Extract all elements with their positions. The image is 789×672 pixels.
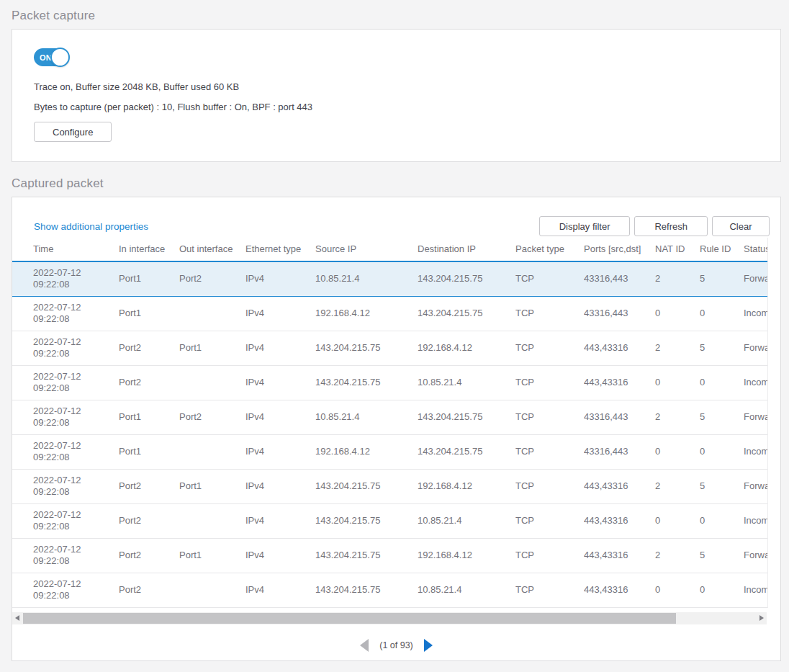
trace-toggle[interactable]: ON	[34, 48, 68, 66]
column-header-rule-id: Rule ID	[700, 238, 744, 261]
table-cell: 192.168.4.12	[418, 469, 515, 503]
table-row[interactable]: 2022-07-12 09:22:08Port2Port1IPv4143.204…	[12, 331, 768, 365]
table-cell: TCP	[515, 261, 584, 296]
table-cell: 192.168.4.12	[418, 538, 515, 573]
table-cell: 2	[655, 331, 700, 365]
table-cell: Port2	[119, 503, 179, 538]
column-header-source-ip: Source IP	[315, 238, 418, 261]
table-cell: 5	[700, 469, 744, 503]
captured-packet-card: Show additional properties Display filte…	[12, 197, 781, 661]
captured-packet-title: Captured packet	[12, 176, 777, 191]
table-cell: 192.168.4.12	[315, 434, 418, 469]
table-cell: 2022-07-12 09:22:08	[12, 503, 119, 538]
table-cell: 43316,443	[584, 400, 655, 434]
table-cell: 5	[700, 261, 744, 296]
table-row[interactable]: 2022-07-12 09:22:08Port1IPv4192.168.4.12…	[12, 296, 768, 331]
horizontal-scrollbar[interactable]	[12, 612, 767, 624]
table-row[interactable]: 2022-07-12 09:22:08Port2IPv4143.204.215.…	[12, 573, 768, 607]
table-cell: Incoming	[744, 573, 768, 607]
configure-button[interactable]: Configure	[34, 122, 112, 142]
table-cell: IPv4	[245, 573, 315, 607]
table-cell: Port1	[119, 261, 179, 296]
table-cell: 0	[700, 296, 744, 331]
table-cell: IPv4	[245, 538, 315, 573]
scrollbar-left-arrow-icon[interactable]	[15, 615, 19, 621]
table-cell: 5	[700, 331, 744, 365]
table-cell: TCP	[515, 365, 584, 400]
table-cell: Port2	[119, 331, 179, 365]
table-cell: Incoming	[744, 296, 768, 331]
table-cell: Incoming	[744, 434, 768, 469]
table-row[interactable]: 2022-07-12 09:22:08Port1Port2IPv410.85.2…	[12, 261, 768, 296]
table-toolbar: Show additional properties Display filte…	[34, 216, 770, 236]
table-cell: 143.204.215.75	[315, 538, 418, 573]
table-cell: 2022-07-12 09:22:08	[12, 469, 119, 503]
page: Packet capture ON Trace on, Buffer size …	[0, 0, 789, 661]
table-row[interactable]: 2022-07-12 09:22:08Port2IPv4143.204.215.…	[12, 503, 768, 538]
table-cell: IPv4	[245, 400, 315, 434]
packet-table: Time In interface Out interface Ethernet…	[12, 238, 768, 608]
table-cell: 443,43316	[584, 331, 655, 365]
scrollbar-thumb[interactable]	[23, 613, 676, 624]
table-row[interactable]: 2022-07-12 09:22:08Port2IPv4143.204.215.…	[12, 365, 768, 400]
scrollbar-right-arrow-icon[interactable]	[759, 615, 764, 621]
table-cell: 5	[700, 400, 744, 434]
table-cell: 43316,443	[584, 434, 655, 469]
table-cell: Port1	[119, 400, 179, 434]
table-cell: 0	[700, 503, 744, 538]
column-header-time: Time	[12, 238, 119, 261]
next-page-button[interactable]	[424, 639, 433, 652]
table-cell: Port1	[179, 469, 245, 503]
table-cell: 10.85.21.4	[315, 400, 418, 434]
column-header-ports: Ports [src,dst]	[584, 238, 655, 261]
refresh-button[interactable]: Refresh	[634, 216, 708, 236]
display-filter-button[interactable]: Display filter	[539, 216, 631, 236]
table-cell: 443,43316	[584, 503, 655, 538]
show-additional-properties-link[interactable]: Show additional properties	[34, 221, 148, 232]
table-row[interactable]: 2022-07-12 09:22:08Port2Port1IPv4143.204…	[12, 538, 768, 573]
table-cell: TCP	[515, 434, 584, 469]
table-cell: 2022-07-12 09:22:08	[12, 434, 119, 469]
table-cell: 143.204.215.75	[315, 365, 418, 400]
table-cell: Forwarded	[744, 400, 768, 434]
table-cell: Incoming	[744, 503, 768, 538]
table-cell: 10.85.21.4	[418, 503, 515, 538]
table-cell: 443,43316	[584, 365, 655, 400]
trace-summary-text: Trace on, Buffer size 2048 KB, Buffer us…	[34, 81, 759, 92]
table-row[interactable]: 2022-07-12 09:22:08Port1Port2IPv410.85.2…	[12, 400, 768, 434]
table-cell: Port1	[119, 296, 179, 331]
table-cell: Port1	[179, 538, 245, 573]
previous-page-button[interactable]	[360, 639, 369, 652]
table-cell: Port2	[119, 538, 179, 573]
toggle-knob-icon	[50, 48, 70, 67]
table-row[interactable]: 2022-07-12 09:22:08Port2Port1IPv4143.204…	[12, 469, 768, 503]
table-cell: 2	[655, 261, 700, 296]
table-cell: 43316,443	[584, 296, 655, 331]
column-header-nat-id: NAT ID	[655, 238, 700, 261]
table-cell: Port2	[179, 400, 245, 434]
column-header-out-interface: Out interface	[179, 238, 245, 261]
table-cell: 43316,443	[584, 261, 655, 296]
table-cell: IPv4	[245, 434, 315, 469]
table-cell: IPv4	[245, 469, 315, 503]
table-cell: TCP	[515, 469, 584, 503]
table-cell: Forwarded	[744, 469, 768, 503]
table-cell: IPv4	[245, 503, 315, 538]
table-cell: 10.85.21.4	[418, 365, 515, 400]
table-cell: 2022-07-12 09:22:08	[12, 296, 119, 331]
table-cell: Forwarded	[744, 538, 768, 573]
table-cell: 143.204.215.75	[418, 261, 515, 296]
table-cell: 0	[700, 573, 744, 607]
table-cell: 2022-07-12 09:22:08	[12, 538, 119, 573]
table-cell: 2	[655, 400, 700, 434]
table-cell: 2022-07-12 09:22:08	[12, 365, 119, 400]
toolbar-buttons: Display filter Refresh Clear	[539, 216, 770, 236]
table-row[interactable]: 2022-07-12 09:22:08Port1IPv4192.168.4.12…	[12, 434, 768, 469]
table-cell: 0	[655, 573, 700, 607]
clear-button[interactable]: Clear	[712, 216, 770, 236]
capture-settings-text: Bytes to capture (per packet) : 10, Flus…	[34, 102, 759, 112]
table-cell: 0	[655, 365, 700, 400]
table-cell: 2022-07-12 09:22:08	[12, 261, 119, 296]
table-header-row: Time In interface Out interface Ethernet…	[12, 238, 768, 261]
table-cell: IPv4	[245, 261, 315, 296]
